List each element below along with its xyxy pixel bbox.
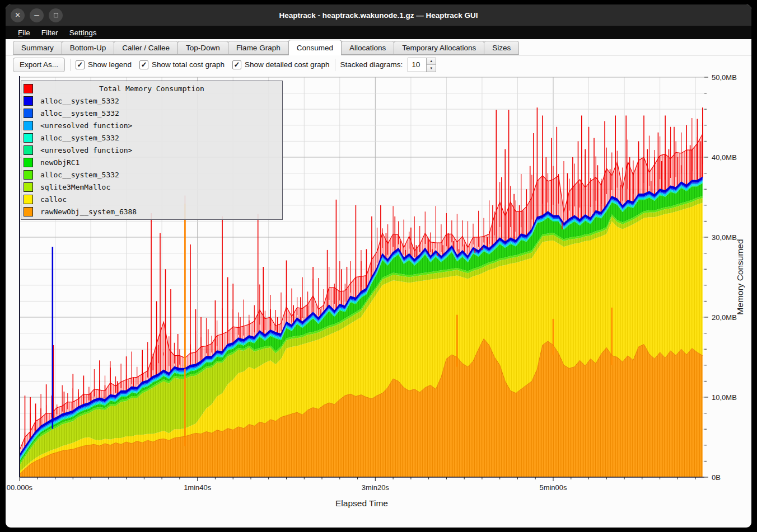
minimize-button[interactable]: ─: [30, 8, 44, 22]
legend-swatch: [24, 170, 33, 180]
app-window: ✕ ─ Heaptrack - heaptrack.wakunode.1.gz …: [6, 4, 751, 528]
legend-row: <unresolved function>: [21, 119, 282, 131]
legend-row: sqlite3MemMalloc: [21, 181, 282, 193]
y-axis-title: Memory Consumed: [735, 239, 745, 314]
legend-label: alloc__system_5332: [40, 134, 119, 142]
legend-row: alloc__system_5332: [21, 95, 282, 107]
legend-row: rawNewObj__system_6388: [21, 205, 282, 218]
chart-legend: Total Memory Consumptionalloc__system_53…: [21, 81, 283, 220]
legend-label: calloc: [40, 195, 67, 204]
legend-swatch: [24, 145, 33, 155]
y-tick-label: 50,0MB: [712, 74, 737, 82]
tab-bottom-up[interactable]: Bottom-Up: [62, 41, 115, 55]
maximize-button[interactable]: [49, 8, 63, 22]
spin-up-arrow[interactable]: ▲: [427, 58, 436, 65]
tabbar: SummaryBottom-UpCaller / CalleeTop-DownF…: [6, 39, 751, 55]
x-axis-title: Elapsed Time: [335, 498, 388, 508]
legend-row: newObjRC1: [21, 156, 282, 168]
toolbar-separator: [335, 59, 335, 71]
menubar: FileFilterSettings: [6, 26, 751, 39]
legend-label: rawNewObj__system_6388: [40, 208, 137, 216]
y-tick-label: 0B: [712, 473, 721, 482]
legend-swatch: [24, 182, 33, 192]
x-tick-label: 00.000s: [7, 483, 33, 492]
legend-row: alloc__system_5332: [21, 131, 282, 144]
y-ticks: [704, 77, 708, 477]
checkbox-show-total-cost-graph[interactable]: ✓Show total cost graph: [139, 60, 225, 69]
x-tick-label: 3min20s: [362, 483, 390, 492]
tab-flame-graph[interactable]: Flame Graph: [228, 41, 289, 55]
legend-label: alloc__system_5332: [40, 171, 119, 179]
checkbox-icon[interactable]: ✓: [76, 60, 85, 69]
legend-row: alloc__system_5332: [21, 168, 282, 181]
chart-area: 00.000s1min40s3min20s5min00s0B10,0MB20,0…: [6, 74, 751, 528]
menu-filter[interactable]: Filter: [36, 29, 64, 37]
legend-row: Total Memory Consumption: [21, 82, 282, 95]
y-tick-label: 40,0MB: [712, 153, 737, 162]
spin-down-arrow[interactable]: ▼: [427, 65, 436, 72]
window-title: Heaptrack - heaptrack.wakunode.1.gz — He…: [6, 11, 751, 20]
legend-row: <unresolved function>: [21, 144, 282, 156]
stacked-diagrams-value[interactable]: 10: [408, 58, 427, 72]
tab-caller-callee[interactable]: Caller / Callee: [114, 41, 178, 55]
tab-summary[interactable]: Summary: [13, 41, 62, 55]
checkbox-icon[interactable]: ✓: [139, 60, 148, 69]
legend-swatch: [24, 96, 33, 106]
x-tick-label: 1min40s: [184, 483, 212, 492]
checkbox-icon[interactable]: ✓: [232, 60, 241, 69]
legend-label: <unresolved function>: [40, 121, 132, 130]
legend-label: Total Memory Consumption: [21, 84, 282, 93]
toolbar: Export As... ✓Show legend✓Show total cos…: [6, 55, 751, 74]
stacked-diagrams-spinbox[interactable]: 10 ▲ ▼: [408, 58, 436, 72]
legend-label: newObjRC1: [40, 158, 80, 167]
y-tick-label: 20,0MB: [712, 313, 737, 322]
tab-consumed[interactable]: Consumed: [288, 40, 342, 55]
tab-top-down[interactable]: Top-Down: [177, 41, 228, 55]
legend-swatch: [24, 109, 33, 118]
stacked-diagrams-label: Stacked diagrams:: [340, 60, 403, 69]
titlebar: ✕ ─ Heaptrack - heaptrack.wakunode.1.gz …: [6, 4, 751, 26]
x-tick-label: 5min00s: [539, 483, 567, 492]
legend-swatch: [24, 207, 33, 216]
checkbox-show-detailed-cost-graph[interactable]: ✓Show detailed cost graph: [232, 60, 330, 69]
menu-file[interactable]: File: [12, 29, 36, 37]
y-tick-label: 30,0MB: [712, 233, 737, 242]
legend-swatch: [24, 133, 33, 143]
legend-swatch: [24, 121, 33, 130]
legend-row: calloc: [21, 193, 282, 205]
tab-allocations[interactable]: Allocations: [341, 41, 394, 55]
tab-temporary-allocations[interactable]: Temporary Allocations: [394, 41, 484, 55]
export-as-button[interactable]: Export As...: [13, 58, 65, 72]
legend-row: alloc__system_5332: [21, 107, 282, 119]
tab-sizes[interactable]: Sizes: [484, 41, 519, 55]
legend-swatch: [24, 158, 33, 167]
toolbar-separator: [70, 59, 71, 71]
legend-label: <unresolved function>: [40, 146, 132, 154]
legend-swatch: [24, 195, 33, 204]
menu-settings[interactable]: Settings: [64, 29, 102, 37]
legend-label: alloc__system_5332: [40, 109, 119, 117]
close-button[interactable]: ✕: [11, 8, 25, 22]
maximize-icon: [54, 13, 58, 17]
legend-label: sqlite3MemMalloc: [40, 183, 110, 191]
y-tick-label: 10,0MB: [712, 393, 737, 402]
legend-label: alloc__system_5332: [40, 97, 119, 105]
x-ticks: [20, 477, 695, 481]
checkbox-show-legend[interactable]: ✓Show legend: [76, 60, 132, 69]
